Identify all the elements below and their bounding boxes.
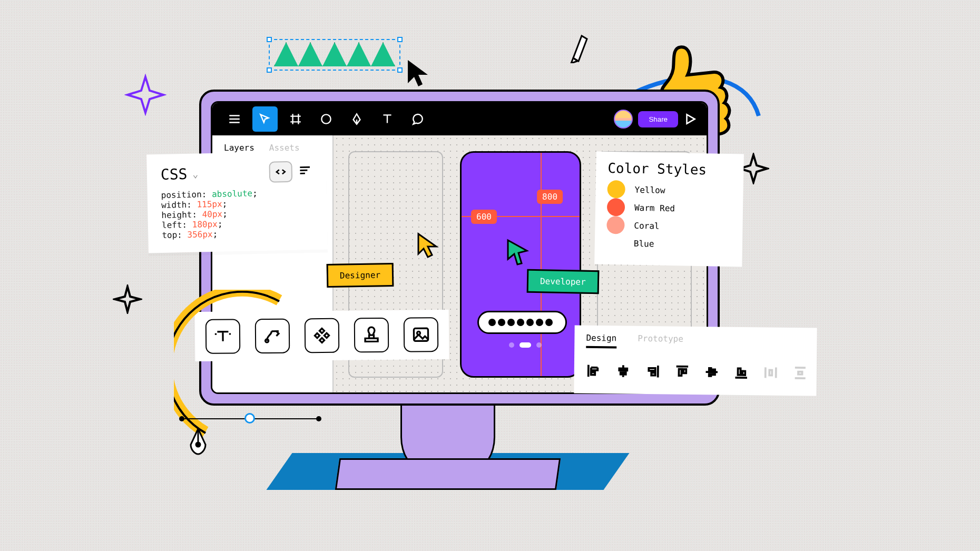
css-inspect-panel: CSS ⌄ position: absolute; width: 115px; … xyxy=(146,151,328,253)
developer-label: Developer xyxy=(527,269,599,294)
css-key: width: xyxy=(161,200,192,210)
dimension-badge: 800 xyxy=(537,190,563,204)
css-value: 356px xyxy=(187,229,213,240)
button-component[interactable] xyxy=(477,311,567,334)
distribute-v-icon[interactable] xyxy=(792,364,808,382)
swatch-row[interactable]: Warm Red xyxy=(607,198,732,218)
svg-rect-2 xyxy=(414,328,428,341)
chevron-down-icon[interactable]: ⌄ xyxy=(192,168,198,179)
monitor-base xyxy=(335,458,561,490)
ellipse-tool[interactable] xyxy=(313,106,339,132)
design-prototype-panel: Design Prototype xyxy=(574,326,817,396)
swatch-row[interactable]: Yellow xyxy=(607,180,732,200)
text-tool[interactable] xyxy=(375,106,400,132)
tab-design[interactable]: Design xyxy=(586,333,616,343)
css-value: 115px xyxy=(197,199,222,210)
align-left-icon[interactable] xyxy=(586,362,602,380)
css-panel-title: CSS xyxy=(161,165,188,183)
color-styles-title: Color Styles xyxy=(607,160,732,178)
swatch-label: Blue xyxy=(634,238,654,249)
comment-tool[interactable] xyxy=(405,106,430,132)
swatch-row[interactable]: Blue xyxy=(606,234,731,254)
frame-tool[interactable] xyxy=(283,106,308,132)
designer-label: Designer xyxy=(327,263,394,288)
swatch-label: Yellow xyxy=(634,184,665,195)
pen-tool-icon xyxy=(188,427,209,460)
developer-cursor-icon xyxy=(506,238,530,269)
align-vcenter-icon[interactable] xyxy=(704,363,720,381)
css-value: absolute xyxy=(212,188,252,199)
top-toolbar: Share xyxy=(212,103,707,135)
cursor-icon xyxy=(406,58,432,92)
vector-anchor[interactable] xyxy=(244,413,255,424)
sparkle-icon xyxy=(124,74,166,118)
css-value: 40px xyxy=(202,209,222,220)
swatch-icon xyxy=(607,198,625,217)
align-top-icon[interactable] xyxy=(674,363,690,381)
dimension-badge: 600 xyxy=(471,210,497,224)
css-key: left: xyxy=(162,220,188,230)
designer-cursor-icon xyxy=(416,232,440,262)
tab-layers[interactable]: Layers xyxy=(224,143,254,153)
image-chip[interactable] xyxy=(404,317,439,352)
swatch-icon xyxy=(607,180,625,199)
swatch-icon xyxy=(606,216,625,234)
page-indicator xyxy=(509,342,542,348)
sparkle-icon xyxy=(113,284,142,316)
css-key: height: xyxy=(161,210,197,220)
color-styles-panel: Color Styles Yellow Warm Red Coral Blue xyxy=(594,152,744,267)
share-button[interactable]: Share xyxy=(638,111,678,127)
code-icon[interactable] xyxy=(269,161,292,183)
pencil-icon xyxy=(569,32,590,65)
align-bottom-icon[interactable] xyxy=(733,363,749,381)
list-icon[interactable] xyxy=(297,163,312,180)
avatar[interactable] xyxy=(614,110,633,129)
stamp-chip[interactable] xyxy=(354,318,389,353)
present-button[interactable] xyxy=(683,112,697,126)
swatch-label: Coral xyxy=(634,220,659,231)
distribute-h-icon[interactable] xyxy=(763,363,779,381)
css-key: position: xyxy=(161,189,207,200)
menu-button[interactable] xyxy=(222,106,247,132)
align-right-icon[interactable] xyxy=(645,362,661,380)
css-value: 180px xyxy=(192,219,218,230)
svg-point-0 xyxy=(321,114,330,123)
tab-prototype[interactable]: Prototype xyxy=(638,333,683,344)
css-key: top: xyxy=(162,230,182,240)
align-hcenter-icon[interactable] xyxy=(615,362,631,380)
swatch-label: Warm Red xyxy=(634,202,675,213)
pen-tool[interactable] xyxy=(344,106,369,132)
move-tool[interactable] xyxy=(252,106,278,132)
swatch-row[interactable]: Coral xyxy=(606,216,731,236)
